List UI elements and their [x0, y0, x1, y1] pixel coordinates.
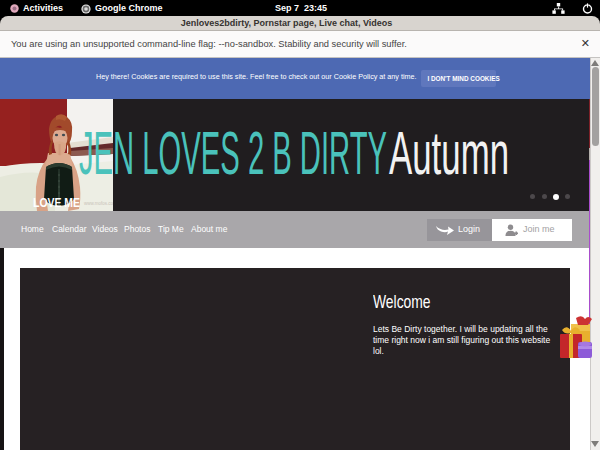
- svg-text:Autumn: Autumn: [389, 118, 509, 187]
- svg-text:JEN LOVES 2 B DIRTY: JEN LOVES 2 B DIRTY: [79, 118, 387, 187]
